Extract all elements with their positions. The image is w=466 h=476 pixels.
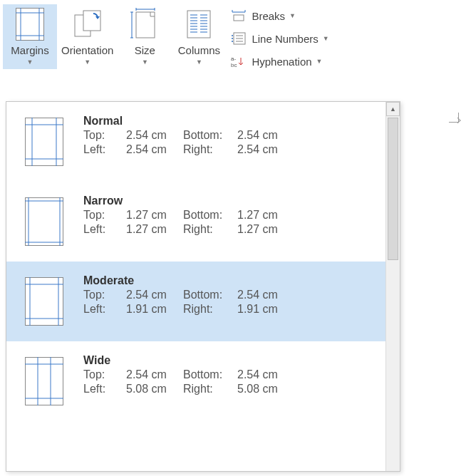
svg-rect-53: [26, 278, 63, 326]
margins-gallery-list: Normal Top: 2.54 cm Bottom: 2.54 cm Left…: [6, 102, 385, 471]
label-left: Left:: [83, 223, 126, 236]
dropdown-caret-icon: ▼: [196, 58, 202, 66]
label-left: Left:: [83, 383, 126, 395]
line-numbers-icon: [230, 31, 247, 46]
orientation-icon: [71, 7, 105, 41]
value-bottom: 1.27 cm: [237, 209, 294, 222]
label-top: Top:: [83, 368, 126, 381]
hyphenation-label: Hyphenation: [252, 56, 311, 68]
size-icon: [128, 7, 162, 41]
label-right: Right:: [183, 303, 237, 316]
margin-preset-icon: [25, 357, 63, 405]
value-left: 1.27 cm: [126, 223, 183, 236]
orientation-label: Orientation: [61, 44, 113, 56]
dropdown-caret-icon: ▼: [323, 35, 329, 42]
scrollbar[interactable]: ▲: [385, 102, 400, 471]
value-right: 1.27 cm: [237, 223, 294, 236]
margins-gallery-dropdown: Normal Top: 2.54 cm Bottom: 2.54 cm Left…: [6, 101, 400, 472]
svg-text:a-: a-: [231, 56, 236, 62]
columns-button[interactable]: Columns ▼: [172, 4, 226, 69]
dialog-launcher-icon[interactable]: [449, 113, 459, 123]
svg-rect-8: [136, 12, 155, 38]
margin-preset-body: Normal Top: 2.54 cm Bottom: 2.54 cm Left…: [83, 115, 376, 156]
hyphenation-button[interactable]: a-bc Hyphenation ▼: [227, 53, 331, 70]
dropdown-caret-icon: ▼: [289, 12, 296, 19]
label-right: Right:: [183, 143, 237, 156]
label-right: Right:: [183, 383, 237, 395]
scroll-thumb[interactable]: [388, 118, 398, 260]
value-left: 2.54 cm: [126, 143, 183, 156]
value-top: 2.54 cm: [126, 368, 183, 381]
columns-label: Columns: [178, 44, 220, 56]
label-top: Top:: [83, 289, 126, 301]
line-numbers-label: Line Numbers: [252, 33, 318, 45]
label-bottom: Bottom:: [183, 289, 237, 301]
margin-preset-body: Moderate Top: 2.54 cm Bottom: 2.54 cm Le…: [83, 274, 376, 316]
margins-button[interactable]: Margins ▼: [3, 4, 57, 69]
svg-rect-6: [83, 11, 100, 31]
label-left: Left:: [83, 303, 126, 316]
size-label: Size: [135, 44, 155, 56]
breaks-label: Breaks: [252, 10, 285, 22]
svg-rect-58: [26, 358, 63, 405]
value-bottom: 2.54 cm: [237, 289, 294, 301]
margin-preset-icon: [25, 118, 63, 166]
hyphenation-icon: a-bc: [230, 54, 247, 68]
columns-icon: [182, 7, 216, 41]
value-left: 1.91 cm: [126, 303, 183, 316]
label-bottom: Bottom:: [183, 368, 237, 381]
margin-preset-wide[interactable]: Wide Top: 2.54 cm Bottom: 2.54 cm Left: …: [6, 341, 385, 421]
value-right: 1.91 cm: [237, 303, 294, 316]
value-top: 2.54 cm: [126, 129, 183, 142]
label-bottom: Bottom:: [183, 129, 237, 142]
margin-preset-moderate[interactable]: Moderate Top: 2.54 cm Bottom: 2.54 cm Le…: [6, 262, 385, 341]
margins-label: Margins: [11, 44, 48, 56]
line-numbers-button[interactable]: Line Numbers ▼: [227, 30, 331, 47]
svg-rect-48: [26, 198, 63, 246]
value-right: 5.08 cm: [237, 383, 294, 395]
margin-preset-body: Narrow Top: 1.27 cm Bottom: 1.27 cm Left…: [83, 195, 376, 236]
dropdown-caret-icon: ▼: [27, 58, 33, 66]
margin-preset-title: Wide: [83, 354, 376, 367]
orientation-button[interactable]: Orientation ▼: [57, 4, 118, 69]
svg-point-36: [232, 38, 233, 39]
scroll-up-button[interactable]: ▲: [386, 102, 400, 116]
label-top: Top:: [83, 209, 126, 222]
value-right: 2.54 cm: [237, 143, 294, 156]
svg-rect-33: [234, 15, 244, 21]
value-top: 2.54 cm: [126, 289, 183, 301]
margin-preset-icon: [25, 197, 63, 246]
svg-point-37: [232, 41, 233, 42]
breaks-icon: [230, 9, 247, 23]
margin-preset-normal[interactable]: Normal Top: 2.54 cm Bottom: 2.54 cm Left…: [6, 102, 385, 182]
margin-preset-body: Wide Top: 2.54 cm Bottom: 2.54 cm Left: …: [83, 354, 376, 395]
margin-preset-title: Moderate: [83, 274, 376, 287]
page-setup-small-buttons: Breaks ▼ Line Numbers ▼ a-bc Hyphenation…: [226, 4, 333, 73]
label-bottom: Bottom:: [183, 209, 237, 222]
svg-text:bc: bc: [231, 62, 237, 68]
margin-preset-narrow[interactable]: Narrow Top: 1.27 cm Bottom: 1.27 cm Left…: [6, 182, 385, 262]
svg-point-35: [232, 35, 233, 36]
margin-preset-icon: [25, 277, 63, 326]
label-top: Top:: [83, 129, 126, 142]
margin-preset-title: Narrow: [83, 195, 376, 207]
page-setup-ribbon-group: Margins ▼ Orientation ▼: [0, 0, 466, 73]
label-left: Left:: [83, 143, 126, 156]
size-button[interactable]: Size ▼: [118, 4, 172, 69]
value-top: 1.27 cm: [126, 209, 183, 222]
value-bottom: 2.54 cm: [237, 129, 294, 142]
dropdown-caret-icon: ▼: [84, 58, 90, 66]
breaks-button[interactable]: Breaks ▼: [227, 7, 331, 24]
value-left: 5.08 cm: [126, 383, 183, 395]
label-right: Right:: [183, 223, 237, 236]
dropdown-caret-icon: ▼: [142, 58, 148, 66]
margins-icon: [13, 7, 47, 41]
svg-rect-43: [26, 118, 63, 166]
value-bottom: 2.54 cm: [237, 368, 294, 381]
margin-preset-title: Normal: [83, 115, 376, 128]
dropdown-caret-icon: ▼: [316, 58, 323, 65]
